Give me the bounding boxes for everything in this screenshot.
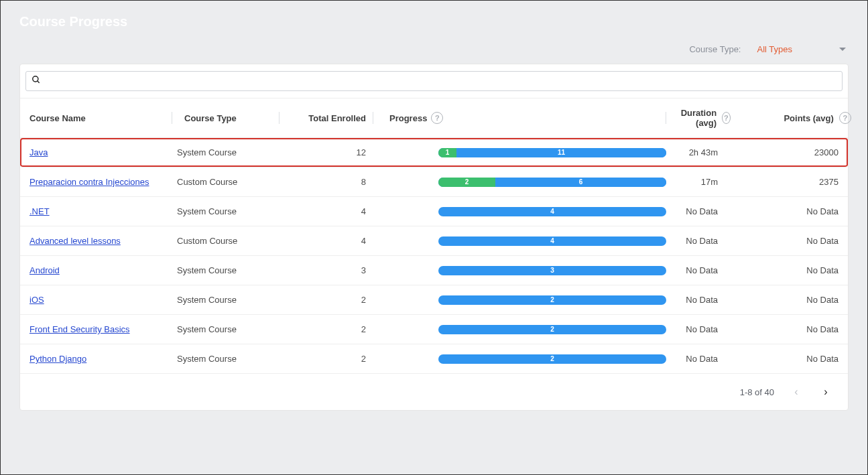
chevron-left-icon: ‹ bbox=[794, 387, 798, 397]
course-name-link[interactable]: Advanced level lessons bbox=[29, 236, 121, 246]
prev-page-button[interactable]: ‹ bbox=[789, 385, 804, 399]
col-header-name[interactable]: Course Name bbox=[29, 113, 177, 123]
progress-bar: 4 bbox=[438, 207, 666, 216]
points-cell: No Data bbox=[725, 295, 839, 305]
progress-inprogress-segment: 2 bbox=[438, 295, 666, 305]
total-enrolled-cell: 12 bbox=[284, 147, 378, 157]
progress-bar: 1 11 bbox=[438, 148, 666, 157]
course-name-link[interactable]: iOS bbox=[29, 295, 44, 305]
progress-inprogress-segment: 2 bbox=[438, 325, 666, 334]
progress-inprogress-segment: 6 bbox=[495, 178, 666, 187]
table-row: Advanced level lessons Custom Course 4 4… bbox=[20, 226, 848, 256]
col-header-duration[interactable]: Duration (avg) bbox=[677, 108, 717, 128]
total-enrolled-cell: 2 bbox=[284, 324, 378, 334]
col-header-progress[interactable]: Progress bbox=[389, 113, 427, 123]
progress-complete-segment: 1 bbox=[438, 148, 456, 157]
duration-cell: 17m bbox=[666, 177, 725, 187]
progress-bar: 2 bbox=[438, 354, 666, 364]
points-cell: 23000 bbox=[725, 147, 839, 157]
table-header: Course Name Course Type Total Enrolled P… bbox=[20, 98, 848, 138]
pagination-text: 1-8 of 40 bbox=[740, 387, 774, 397]
duration-cell: No Data bbox=[666, 354, 725, 364]
divider bbox=[279, 112, 280, 124]
total-enrolled-cell: 4 bbox=[284, 206, 378, 216]
duration-cell: No Data bbox=[666, 236, 725, 246]
total-enrolled-cell: 8 bbox=[284, 177, 378, 187]
search-icon bbox=[32, 75, 41, 87]
svg-line-1 bbox=[38, 81, 40, 83]
course-type-cell: System Course bbox=[177, 206, 284, 216]
points-cell: No Data bbox=[725, 354, 839, 364]
points-cell: No Data bbox=[725, 324, 839, 334]
divider bbox=[172, 112, 172, 124]
help-icon[interactable]: ? bbox=[839, 112, 851, 124]
course-type-cell: System Course bbox=[177, 147, 284, 157]
filter-bar: Course Type: All Types bbox=[1, 44, 867, 64]
course-name-link[interactable]: Preparacion contra Injecciones bbox=[29, 177, 149, 187]
table-row: Front End Security Basics System Course … bbox=[20, 315, 848, 344]
points-cell: No Data bbox=[725, 206, 839, 216]
progress-inprogress-segment: 4 bbox=[438, 207, 666, 216]
total-enrolled-cell: 2 bbox=[284, 354, 378, 364]
course-type-cell: Custom Course bbox=[177, 236, 284, 246]
pagination: 1-8 of 40 ‹ › bbox=[20, 374, 848, 410]
total-enrolled-cell: 2 bbox=[284, 295, 378, 305]
total-enrolled-cell: 3 bbox=[284, 265, 378, 275]
progress-inprogress-segment: 4 bbox=[438, 236, 666, 246]
chevron-down-icon[interactable] bbox=[839, 48, 846, 51]
progress-bar: 4 bbox=[438, 236, 666, 246]
duration-cell: No Data bbox=[666, 206, 725, 216]
col-header-points[interactable]: Points (avg) bbox=[784, 113, 833, 123]
course-type-cell: Custom Course bbox=[177, 177, 284, 187]
table-row: .NET System Course 4 4 No Data No Data bbox=[20, 197, 848, 226]
table-row: Java System Course 12 1 11 2h 43m 23000 bbox=[20, 138, 848, 167]
course-type-cell: System Course bbox=[177, 324, 284, 334]
duration-cell: No Data bbox=[666, 295, 725, 305]
progress-bar: 2 bbox=[438, 325, 666, 334]
duration-cell: 2h 43m bbox=[666, 147, 725, 157]
col-header-enrolled[interactable]: Total Enrolled bbox=[308, 113, 366, 123]
progress-inprogress-segment: 11 bbox=[456, 148, 666, 157]
course-type-filter[interactable]: All Types bbox=[757, 44, 792, 54]
duration-cell: No Data bbox=[666, 324, 725, 334]
points-cell: No Data bbox=[725, 236, 839, 246]
course-name-link[interactable]: .NET bbox=[29, 206, 50, 216]
points-cell: No Data bbox=[725, 265, 839, 275]
points-cell: 2375 bbox=[725, 177, 839, 187]
total-enrolled-cell: 4 bbox=[284, 236, 378, 246]
help-icon[interactable]: ? bbox=[431, 112, 443, 124]
duration-cell: No Data bbox=[666, 265, 725, 275]
course-name-link[interactable]: Front End Security Basics bbox=[29, 324, 130, 334]
courses-table: Course Name Course Type Total Enrolled P… bbox=[20, 98, 848, 374]
table-card: Course Name Course Type Total Enrolled P… bbox=[19, 64, 849, 411]
course-type-cell: System Course bbox=[177, 354, 284, 364]
course-type-cell: System Course bbox=[177, 265, 284, 275]
divider bbox=[666, 112, 666, 124]
progress-complete-segment: 2 bbox=[438, 178, 495, 187]
table-row: Preparacion contra Injecciones Custom Co… bbox=[20, 167, 848, 197]
col-header-type[interactable]: Course Type bbox=[184, 113, 237, 123]
table-row: Android System Course 3 3 No Data No Dat… bbox=[20, 256, 848, 285]
next-page-button[interactable]: › bbox=[818, 385, 833, 399]
progress-bar: 2 6 bbox=[438, 178, 666, 187]
progress-bar: 3 bbox=[438, 266, 666, 275]
chevron-right-icon: › bbox=[824, 387, 827, 397]
course-name-link[interactable]: Java bbox=[29, 147, 48, 157]
svg-point-0 bbox=[33, 76, 38, 82]
table-row: iOS System Course 2 2 No Data No Data bbox=[20, 285, 848, 315]
filter-label: Course Type: bbox=[689, 44, 741, 54]
search-input[interactable] bbox=[45, 76, 836, 87]
divider bbox=[373, 112, 373, 124]
course-name-link[interactable]: Android bbox=[29, 265, 60, 275]
progress-inprogress-segment: 2 bbox=[438, 354, 666, 364]
course-name-link[interactable]: Python Django bbox=[29, 354, 86, 364]
progress-bar: 2 bbox=[438, 295, 666, 305]
help-icon[interactable]: ? bbox=[722, 112, 731, 124]
search-input-wrap[interactable] bbox=[25, 71, 843, 91]
progress-inprogress-segment: 3 bbox=[438, 266, 666, 275]
page-title: Course Progress bbox=[1, 1, 867, 44]
course-type-cell: System Course bbox=[177, 295, 284, 305]
table-row: Python Django System Course 2 2 No Data … bbox=[20, 344, 848, 374]
